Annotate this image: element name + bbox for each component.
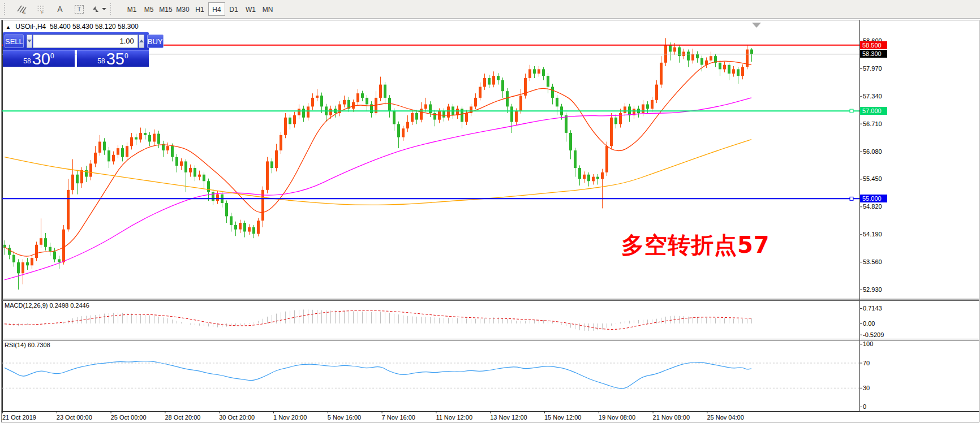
axis-ticks xyxy=(3,41,863,414)
macd-indicator-label: MACD(12,26,9) 0.2498 0.2446 xyxy=(5,302,89,309)
ohlc-close: 58.300 xyxy=(118,23,139,31)
macd-signal-line xyxy=(5,310,751,329)
bid-pips: 30 xyxy=(32,51,50,67)
rsi-indicator-label: RSI(14) 60.7308 xyxy=(5,342,50,348)
spinner-up-icon xyxy=(139,40,144,42)
chart-annotation-text[interactable]: 多空转折点57 xyxy=(621,230,770,261)
ask-point: 0 xyxy=(124,52,128,60)
ask-price[interactable]: 58 35 0 xyxy=(77,50,149,67)
ask-big-figure: 58 xyxy=(97,57,105,65)
volume-increase-button[interactable] xyxy=(139,34,144,48)
spinner-down-icon xyxy=(27,40,32,42)
volume-decrease-button[interactable] xyxy=(27,34,32,48)
chart-title: ▲ USOil-,H4 58.400 58.430 58.120 58.300 xyxy=(6,23,139,31)
sell-button[interactable]: SELL xyxy=(5,34,24,48)
bid-big-figure: 58 xyxy=(23,57,31,65)
volume-input[interactable] xyxy=(33,34,138,48)
bid-price[interactable]: 58 30 0 xyxy=(3,50,75,67)
one-click-trading-panel: SELL BUY 58 30 0 58 35 0 xyxy=(3,32,149,67)
chart-shift-triangle-icon[interactable] xyxy=(752,23,761,28)
buy-button[interactable]: BUY xyxy=(147,34,164,48)
tick-up-icon: ▲ xyxy=(6,24,11,30)
mt4-terminal: E F A T M1M5M15M30H1H4D1W1MN ▲ U xyxy=(0,0,980,423)
bid-point: 0 xyxy=(50,52,54,60)
ohlc-low: 58.120 xyxy=(95,23,116,31)
macd-histogram xyxy=(5,309,752,331)
ohlc-open: 58.400 xyxy=(50,23,71,31)
ohlc-high: 58.430 xyxy=(72,23,93,31)
rsi-line xyxy=(5,361,751,389)
horizontal-line-55[interactable] xyxy=(2,197,859,200)
symbol-label: USOil-,H4 xyxy=(15,23,46,31)
ask-pips: 35 xyxy=(106,51,124,67)
